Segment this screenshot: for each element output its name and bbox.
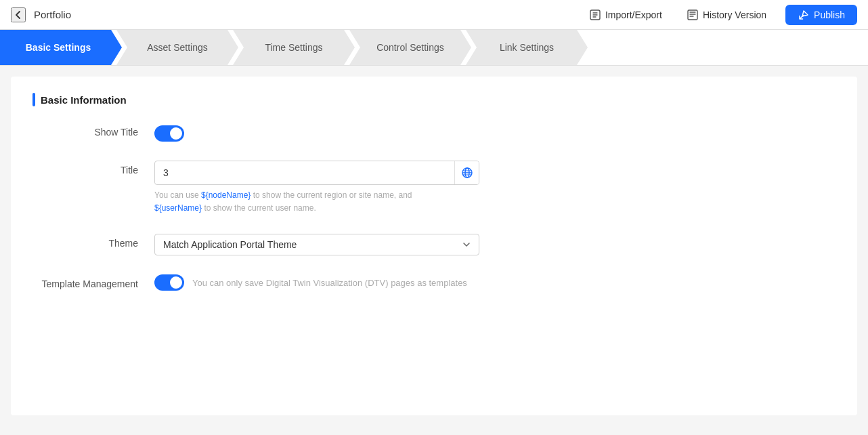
back-button[interactable]	[11, 7, 26, 22]
theme-row: Theme Match Application Portal Theme Lig…	[32, 234, 836, 255]
theme-label: Theme	[32, 234, 154, 249]
history-icon	[687, 9, 699, 21]
title-input[interactable]	[155, 163, 454, 183]
page-title: Portfolio	[34, 9, 584, 20]
show-title-label: Show Title	[32, 123, 154, 138]
tab-link-settings[interactable]: Link Settings	[466, 30, 588, 65]
show-title-row: Show Title	[32, 123, 836, 142]
history-version-button[interactable]: History Version	[681, 6, 772, 24]
template-label: Template Management	[32, 274, 154, 289]
globe-icon	[461, 167, 473, 179]
title-row: Title You can use ${nodeName} to show th…	[32, 161, 836, 215]
main-content: Basic Information Show Title Title	[11, 77, 857, 415]
template-hint: You can only save Digital Twin Visualiza…	[192, 278, 467, 288]
tab-basic-settings[interactable]: Basic Settings	[0, 30, 122, 65]
template-management-row: Template Management You can only save Di…	[32, 274, 836, 291]
title-hint: You can use ${nodeName} to show the curr…	[154, 189, 479, 215]
title-label: Title	[32, 161, 154, 175]
template-toggle[interactable]	[154, 274, 184, 291]
globe-button[interactable]	[454, 161, 479, 184]
section-bar-decoration	[32, 93, 35, 106]
title-control: You can use ${nodeName} to show the curr…	[154, 161, 479, 215]
toggle-slider	[154, 125, 184, 142]
import-export-icon	[589, 9, 601, 21]
show-title-toggle[interactable]	[154, 125, 184, 142]
template-control: You can only save Digital Twin Visualiza…	[154, 274, 479, 291]
topbar-actions: Import/Export History Version Publish	[584, 5, 857, 25]
import-export-button[interactable]: Import/Export	[584, 6, 668, 24]
topbar: Portfolio Import/Export History Version …	[0, 0, 868, 30]
publish-button[interactable]: Publish	[785, 5, 857, 25]
show-title-control	[154, 123, 479, 142]
title-input-wrap	[154, 161, 479, 185]
publish-icon	[798, 9, 810, 21]
tab-asset-settings[interactable]: Asset Settings	[116, 30, 238, 65]
theme-select[interactable]: Match Application Portal Theme Light Dar…	[154, 234, 479, 255]
tab-control-settings[interactable]: Control Settings	[349, 30, 471, 65]
theme-control: Match Application Portal Theme Light Dar…	[154, 234, 479, 255]
tab-time-settings[interactable]: Time Settings	[233, 30, 355, 65]
section-header: Basic Information	[32, 93, 836, 106]
svg-rect-1	[688, 10, 697, 20]
section-title: Basic Information	[41, 94, 127, 106]
tab-navigation: Basic Settings Asset Settings Time Setti…	[0, 30, 868, 66]
template-toggle-slider	[154, 274, 184, 291]
